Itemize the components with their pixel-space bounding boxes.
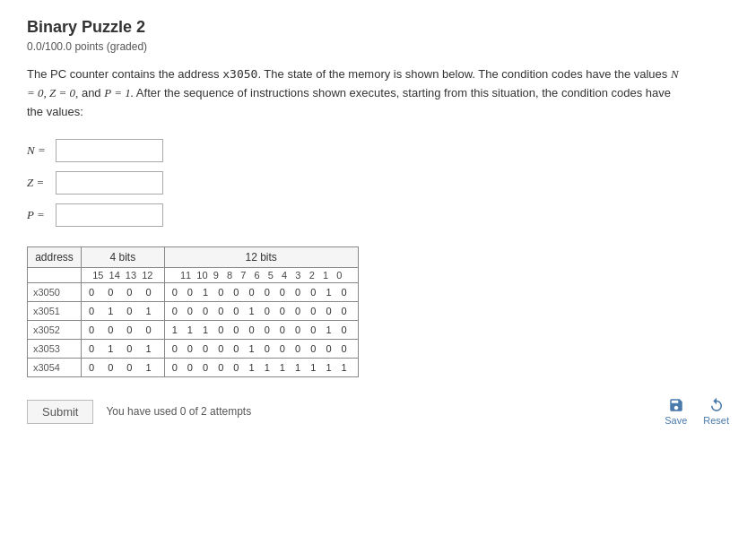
bottom-right: Save Reset: [665, 397, 729, 426]
n-label: N =: [27, 143, 56, 158]
n-input[interactable]: [56, 139, 163, 162]
addr-cell: x3053: [28, 340, 82, 359]
page-subtitle: 0.0/100.0 points (graded): [27, 40, 729, 53]
bits4-cell: 0 0 0 0: [82, 283, 165, 302]
bits4-cell: 0 1 0 1: [82, 302, 165, 321]
addr-cell: x3051: [28, 302, 82, 321]
addr-cell: x3054: [28, 359, 82, 377]
table-row: x30520 0 0 01 1 1 0 0 0 0 0 0 0 1 0: [28, 321, 359, 340]
z-label: Z =: [27, 176, 56, 190]
bit-headers-4: 15 14 13 12: [82, 268, 165, 283]
reset-icon: [708, 397, 725, 413]
bits12-cell: 1 1 1 0 0 0 0 0 0 0 1 0: [164, 321, 358, 340]
bit-header-empty: [28, 268, 82, 283]
bits12-cell: 0 0 0 0 0 1 1 1 1 1 1 1: [164, 359, 358, 377]
bits12-cell: 0 0 0 0 0 1 0 0 0 0 0 0: [164, 302, 358, 321]
table-row: x30540 0 0 10 0 0 0 0 1 1 1 1 1 1 1: [28, 359, 359, 377]
p-input[interactable]: [56, 203, 163, 227]
addr-cell: x3052: [28, 321, 82, 340]
p-input-row: P =: [27, 203, 729, 227]
page-title: Binary Puzzle 2: [27, 18, 729, 37]
submit-button[interactable]: Submit: [27, 400, 93, 424]
p-label: P =: [27, 208, 56, 222]
bits4-cell: 0 0 0 1: [82, 359, 165, 377]
reset-label: Reset: [703, 415, 729, 426]
save-label: Save: [665, 415, 687, 426]
col-header-12bits: 12 bits: [164, 247, 358, 268]
z-input-row: Z =: [27, 171, 729, 195]
memory-table: address 4 bits 12 bits 15 14 13 12 11 10…: [27, 246, 359, 377]
attempts-text: You have used 0 of 2 attempts: [106, 405, 251, 418]
bottom-left: Submit You have used 0 of 2 attempts: [27, 400, 251, 424]
bits4-cell: 0 0 0 0: [82, 321, 165, 340]
save-button[interactable]: Save: [665, 397, 687, 426]
bit-headers-12: 11 10 9 8 7 6 5 4 3 2 1 0: [164, 268, 358, 283]
bits12-cell: 0 0 0 0 0 1 0 0 0 0 0 0: [164, 340, 358, 359]
bits12-cell: 0 0 1 0 0 0 0 0 0 0 1 0: [164, 283, 358, 302]
table-row: x30500 0 0 00 0 1 0 0 0 0 0 0 0 1 0: [28, 283, 359, 302]
table-row: x30510 1 0 10 0 0 0 0 1 0 0 0 0 0 0: [28, 302, 359, 321]
table-row: x30530 1 0 10 0 0 0 0 1 0 0 0 0 0 0: [28, 340, 359, 359]
bottom-bar: Submit You have used 0 of 2 attempts Sav…: [27, 397, 729, 426]
bits4-cell: 0 1 0 1: [82, 340, 165, 359]
save-icon: [668, 397, 684, 413]
n-input-row: N =: [27, 139, 729, 162]
col-header-4bits: 4 bits: [82, 247, 165, 268]
addr-cell: x3050: [28, 283, 82, 302]
z-input[interactable]: [56, 171, 163, 195]
col-header-address: address: [28, 247, 82, 268]
page-description: The PC counter contains the address x305…: [27, 65, 682, 121]
inputs-section: N = Z = P =: [27, 139, 729, 227]
reset-button[interactable]: Reset: [703, 397, 729, 426]
